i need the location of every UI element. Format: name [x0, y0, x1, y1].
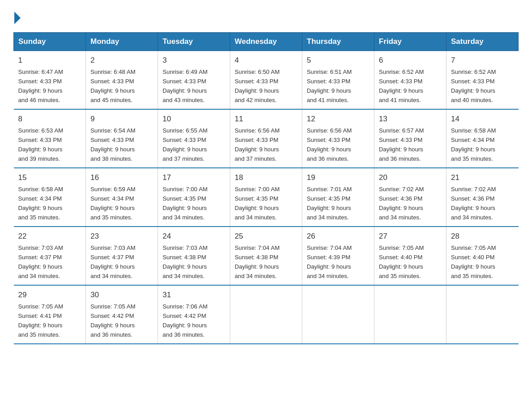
- day-number: 16: [90, 172, 153, 184]
- day-number: 10: [163, 113, 225, 125]
- day-number: 17: [163, 172, 225, 184]
- calendar-cell: 22 Sunrise: 7:03 AMSunset: 4:37 PMDaylig…: [14, 227, 86, 285]
- day-number: 20: [379, 172, 442, 184]
- calendar-table: SundayMondayTuesdayWednesdayThursdayFrid…: [13, 32, 519, 344]
- day-number: 11: [235, 113, 297, 125]
- day-info: Sunrise: 7:05 AMSunset: 4:41 PMDaylight:…: [18, 303, 63, 338]
- day-info: Sunrise: 7:05 AMSunset: 4:40 PMDaylight:…: [379, 244, 424, 279]
- calendar-body: 1 Sunrise: 6:47 AMSunset: 4:33 PMDayligh…: [14, 51, 519, 344]
- calendar-cell: 25 Sunrise: 7:04 AMSunset: 4:38 PMDaylig…: [230, 227, 302, 285]
- calendar-week-4: 22 Sunrise: 7:03 AMSunset: 4:37 PMDaylig…: [14, 227, 519, 285]
- page-header: [13, 11, 519, 24]
- day-number: 28: [451, 231, 514, 242]
- day-info: Sunrise: 7:05 AMSunset: 4:42 PMDaylight:…: [90, 303, 135, 338]
- logo-triangle-icon: [14, 12, 21, 24]
- day-info: Sunrise: 7:03 AMSunset: 4:38 PMDaylight:…: [163, 244, 207, 279]
- day-number: 6: [379, 55, 442, 66]
- day-info: Sunrise: 6:55 AMSunset: 4:33 PMDaylight:…: [163, 127, 207, 162]
- day-info: Sunrise: 6:58 AMSunset: 4:34 PMDaylight:…: [451, 127, 496, 162]
- day-info: Sunrise: 7:04 AMSunset: 4:38 PMDaylight:…: [235, 244, 279, 279]
- day-number: 24: [163, 231, 225, 242]
- day-number: 22: [18, 231, 82, 242]
- day-number: 14: [451, 113, 514, 125]
- day-info: Sunrise: 7:00 AMSunset: 4:35 PMDaylight:…: [235, 186, 279, 221]
- day-number: 12: [307, 113, 369, 125]
- calendar-cell: 12 Sunrise: 6:56 AMSunset: 4:33 PMDaylig…: [302, 109, 374, 168]
- day-info: Sunrise: 6:59 AMSunset: 4:34 PMDaylight:…: [90, 186, 135, 221]
- calendar-cell: 20 Sunrise: 7:02 AMSunset: 4:36 PMDaylig…: [374, 168, 446, 227]
- day-info: Sunrise: 6:56 AMSunset: 4:33 PMDaylight:…: [235, 127, 279, 162]
- calendar-cell: 4 Sunrise: 6:50 AMSunset: 4:33 PMDayligh…: [230, 51, 302, 110]
- calendar-week-5: 29 Sunrise: 7:05 AMSunset: 4:41 PMDaylig…: [14, 285, 519, 344]
- calendar-cell: 19 Sunrise: 7:01 AMSunset: 4:35 PMDaylig…: [302, 168, 374, 227]
- calendar-week-2: 8 Sunrise: 6:53 AMSunset: 4:33 PMDayligh…: [14, 109, 519, 168]
- calendar-cell: 28 Sunrise: 7:05 AMSunset: 4:40 PMDaylig…: [446, 227, 519, 285]
- day-number: 26: [307, 231, 369, 242]
- calendar-cell: 21 Sunrise: 7:02 AMSunset: 4:36 PMDaylig…: [446, 168, 519, 227]
- calendar-cell: 3 Sunrise: 6:49 AMSunset: 4:33 PMDayligh…: [158, 51, 230, 110]
- calendar-cell: 7 Sunrise: 6:52 AMSunset: 4:33 PMDayligh…: [446, 51, 519, 110]
- weekday-header-sunday: Sunday: [14, 33, 86, 51]
- calendar-cell: 27 Sunrise: 7:05 AMSunset: 4:40 PMDaylig…: [374, 227, 446, 285]
- day-info: Sunrise: 7:03 AMSunset: 4:37 PMDaylight:…: [18, 244, 63, 279]
- day-number: 8: [18, 113, 82, 125]
- calendar-cell: 30 Sunrise: 7:05 AMSunset: 4:42 PMDaylig…: [86, 285, 158, 344]
- day-number: 23: [90, 231, 153, 242]
- weekday-header-tuesday: Tuesday: [158, 33, 230, 51]
- day-info: Sunrise: 7:02 AMSunset: 4:36 PMDaylight:…: [379, 186, 424, 221]
- day-info: Sunrise: 6:57 AMSunset: 4:33 PMDaylight:…: [379, 127, 424, 162]
- calendar-cell: 18 Sunrise: 7:00 AMSunset: 4:35 PMDaylig…: [230, 168, 302, 227]
- day-info: Sunrise: 6:49 AMSunset: 4:33 PMDaylight:…: [163, 68, 207, 103]
- day-info: Sunrise: 6:54 AMSunset: 4:33 PMDaylight:…: [90, 127, 135, 162]
- day-number: 1: [18, 55, 82, 66]
- weekday-header-wednesday: Wednesday: [230, 33, 302, 51]
- weekday-header-thursday: Thursday: [302, 33, 374, 51]
- calendar-cell: 5 Sunrise: 6:51 AMSunset: 4:33 PMDayligh…: [302, 51, 374, 110]
- calendar-cell: 24 Sunrise: 7:03 AMSunset: 4:38 PMDaylig…: [158, 227, 230, 285]
- day-number: 15: [18, 172, 82, 184]
- day-info: Sunrise: 6:48 AMSunset: 4:33 PMDaylight:…: [90, 68, 135, 103]
- day-number: 19: [307, 172, 369, 184]
- calendar-cell: 2 Sunrise: 6:48 AMSunset: 4:33 PMDayligh…: [86, 51, 158, 110]
- calendar-cell: 23 Sunrise: 7:03 AMSunset: 4:37 PMDaylig…: [86, 227, 158, 285]
- day-number: 7: [451, 55, 514, 66]
- calendar-cell: [230, 285, 302, 344]
- day-number: 13: [379, 113, 442, 125]
- day-number: 31: [163, 289, 225, 301]
- calendar-cell: 17 Sunrise: 7:00 AMSunset: 4:35 PMDaylig…: [158, 168, 230, 227]
- day-number: 2: [90, 55, 153, 66]
- calendar-cell: [302, 285, 374, 344]
- weekday-header-monday: Monday: [86, 33, 158, 51]
- day-number: 27: [379, 231, 442, 242]
- day-info: Sunrise: 6:47 AMSunset: 4:33 PMDaylight:…: [18, 68, 63, 103]
- day-info: Sunrise: 7:00 AMSunset: 4:35 PMDaylight:…: [163, 186, 207, 221]
- calendar-cell: 6 Sunrise: 6:52 AMSunset: 4:33 PMDayligh…: [374, 51, 446, 110]
- calendar-cell: 8 Sunrise: 6:53 AMSunset: 4:33 PMDayligh…: [14, 109, 86, 168]
- day-info: Sunrise: 6:56 AMSunset: 4:33 PMDaylight:…: [307, 127, 352, 162]
- day-number: 29: [18, 289, 82, 301]
- calendar-cell: 31 Sunrise: 7:06 AMSunset: 4:42 PMDaylig…: [158, 285, 230, 344]
- calendar-cell: 29 Sunrise: 7:05 AMSunset: 4:41 PMDaylig…: [14, 285, 86, 344]
- day-info: Sunrise: 6:58 AMSunset: 4:34 PMDaylight:…: [18, 186, 63, 221]
- calendar-cell: 14 Sunrise: 6:58 AMSunset: 4:34 PMDaylig…: [446, 109, 519, 168]
- day-info: Sunrise: 6:52 AMSunset: 4:33 PMDaylight:…: [451, 68, 496, 103]
- weekday-header-friday: Friday: [374, 33, 446, 51]
- day-number: 25: [235, 231, 297, 242]
- calendar-cell: 1 Sunrise: 6:47 AMSunset: 4:33 PMDayligh…: [14, 51, 86, 110]
- day-info: Sunrise: 6:53 AMSunset: 4:33 PMDaylight:…: [18, 127, 63, 162]
- day-number: 3: [163, 55, 225, 66]
- calendar-cell: 13 Sunrise: 6:57 AMSunset: 4:33 PMDaylig…: [374, 109, 446, 168]
- day-number: 4: [235, 55, 297, 66]
- day-number: 9: [90, 113, 153, 125]
- day-info: Sunrise: 7:05 AMSunset: 4:40 PMDaylight:…: [451, 244, 496, 279]
- day-number: 5: [307, 55, 369, 66]
- day-number: 30: [90, 289, 153, 301]
- day-info: Sunrise: 6:52 AMSunset: 4:33 PMDaylight:…: [379, 68, 424, 103]
- day-info: Sunrise: 7:01 AMSunset: 4:35 PMDaylight:…: [307, 186, 352, 221]
- day-info: Sunrise: 7:03 AMSunset: 4:37 PMDaylight:…: [90, 244, 135, 279]
- calendar-cell: 15 Sunrise: 6:58 AMSunset: 4:34 PMDaylig…: [14, 168, 86, 227]
- day-info: Sunrise: 6:50 AMSunset: 4:33 PMDaylight:…: [235, 68, 279, 103]
- day-info: Sunrise: 7:04 AMSunset: 4:39 PMDaylight:…: [307, 244, 352, 279]
- logo: [13, 11, 21, 24]
- calendar-week-3: 15 Sunrise: 6:58 AMSunset: 4:34 PMDaylig…: [14, 168, 519, 227]
